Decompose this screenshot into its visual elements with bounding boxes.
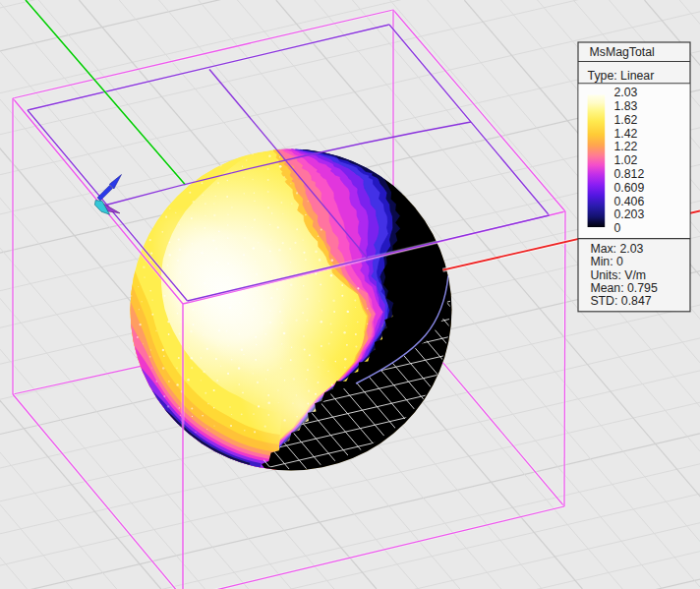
svg-text:0.812: 0.812 xyxy=(614,167,645,181)
svg-text:0: 0 xyxy=(614,221,621,235)
svg-text:STD: 0.847: STD: 0.847 xyxy=(590,294,651,308)
svg-text:Min: 0: Min: 0 xyxy=(590,255,623,268)
svg-text:Max: 2.03: Max: 2.03 xyxy=(590,242,643,256)
svg-text:Units: V/m: Units: V/m xyxy=(590,268,646,282)
svg-text:1.22: 1.22 xyxy=(614,140,638,153)
svg-text:Mean: 0.795: Mean: 0.795 xyxy=(590,281,658,295)
svg-text:1.62: 1.62 xyxy=(614,113,638,127)
svg-text:0.406: 0.406 xyxy=(614,195,645,208)
svg-text:1.42: 1.42 xyxy=(614,127,638,141)
svg-text:MsMagTotal: MsMagTotal xyxy=(590,45,655,59)
svg-text:1.02: 1.02 xyxy=(614,153,638,167)
svg-text:0.203: 0.203 xyxy=(614,207,645,221)
svg-text:0.609: 0.609 xyxy=(614,181,645,195)
svg-text:Type: Linear: Type: Linear xyxy=(588,69,655,83)
svg-text:2.03: 2.03 xyxy=(614,86,638,99)
svg-text:1.83: 1.83 xyxy=(614,99,638,113)
